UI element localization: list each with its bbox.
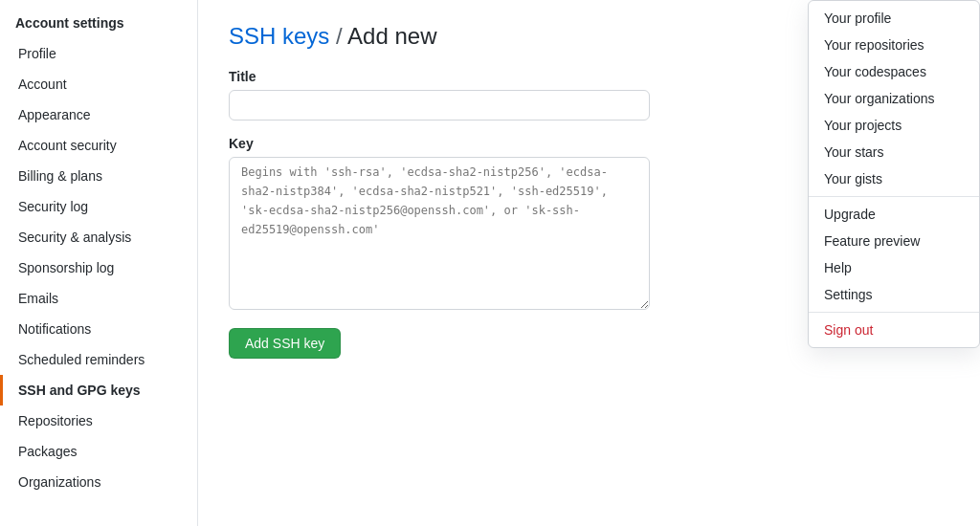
dropdown-item-your-orgs[interactable]: Your organizations <box>809 85 979 112</box>
sidebar-item-security-analysis[interactable]: Security & analysis <box>0 222 197 252</box>
dropdown-item-your-projects[interactable]: Your projects <box>809 112 979 139</box>
dropdown-item-your-repos[interactable]: Your repositories <box>809 32 979 58</box>
sidebar-item-emails[interactable]: Emails <box>0 283 197 314</box>
sidebar-item-scheduled-reminders[interactable]: Scheduled reminders <box>0 344 197 375</box>
sidebar: Account settings ProfileAccountAppearanc… <box>0 0 198 526</box>
sidebar-items: ProfileAccountAppearanceAccount security… <box>0 38 197 497</box>
sidebar-item-billing[interactable]: Billing & plans <box>0 161 197 191</box>
main-content: SSH keys / Add new Title Key Add SSH key… <box>198 0 980 526</box>
dropdown-item-settings[interactable]: Settings <box>809 281 979 308</box>
dropdown-section-1: UpgradeFeature previewHelpSettings <box>809 197 979 313</box>
sidebar-item-security-log[interactable]: Security log <box>0 191 197 222</box>
sidebar-item-notifications[interactable]: Notifications <box>0 314 197 344</box>
sidebar-item-organizations[interactable]: Organizations <box>0 467 197 497</box>
dropdown-item-your-codespaces[interactable]: Your codespaces <box>809 58 979 85</box>
sidebar-title: Account settings <box>0 8 197 38</box>
dropdown-item-feature-preview[interactable]: Feature preview <box>809 228 979 254</box>
user-dropdown-menu: Your profileYour repositoriesYour codesp… <box>808 0 980 348</box>
sidebar-item-account-security[interactable]: Account security <box>0 130 197 161</box>
dropdown-section-2: Sign out <box>809 313 979 347</box>
dropdown-item-your-stars[interactable]: Your stars <box>809 139 979 165</box>
breadcrumb-link[interactable]: SSH keys <box>229 23 329 49</box>
dropdown-item-your-profile[interactable]: Your profile <box>809 5 979 32</box>
sidebar-item-account[interactable]: Account <box>0 69 197 99</box>
sidebar-item-sponsorship-log[interactable]: Sponsorship log <box>0 252 197 283</box>
sidebar-item-profile[interactable]: Profile <box>0 38 197 69</box>
dropdown-section-0: Your profileYour repositoriesYour codesp… <box>809 1 979 197</box>
sidebar-item-repositories[interactable]: Repositories <box>0 405 197 436</box>
sidebar-item-ssh-gpg[interactable]: SSH and GPG keys <box>0 375 197 405</box>
key-input[interactable] <box>229 157 650 310</box>
title-input[interactable] <box>229 90 650 121</box>
sidebar-item-appearance[interactable]: Appearance <box>0 99 197 130</box>
dropdown-item-help[interactable]: Help <box>809 254 979 281</box>
dropdown-item-upgrade[interactable]: Upgrade <box>809 201 979 228</box>
breadcrumb-separator: / <box>336 23 347 49</box>
add-ssh-key-button[interactable]: Add SSH key <box>229 328 341 359</box>
breadcrumb-current: Add new <box>347 23 436 49</box>
sidebar-item-packages[interactable]: Packages <box>0 436 197 467</box>
dropdown-item-your-gists[interactable]: Your gists <box>809 165 979 192</box>
dropdown-item-sign-out[interactable]: Sign out <box>809 317 979 343</box>
